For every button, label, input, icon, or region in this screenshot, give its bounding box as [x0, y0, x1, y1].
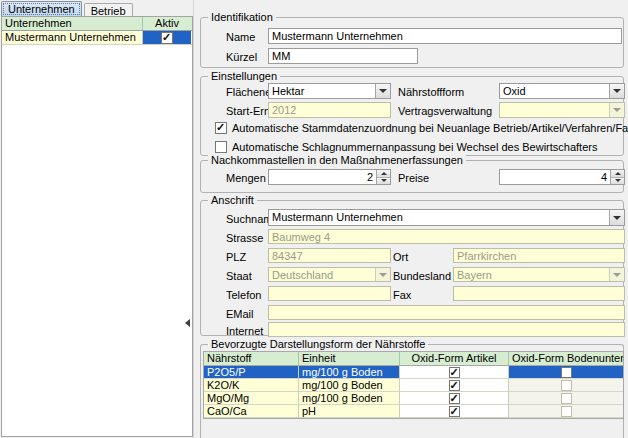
kuerzel-field[interactable]: MM — [268, 48, 418, 64]
ort-label: Ort — [393, 251, 408, 263]
oxid-boden-column-header[interactable]: Oxid-Form Bodenuntersuchung — [509, 352, 623, 365]
company-row[interactable]: Mustermann Unternehmen — [2, 31, 192, 45]
tab-unternehmen[interactable]: Unternehmen — [1, 1, 82, 17]
oxid-boden-cell[interactable] — [509, 379, 623, 392]
flaecheneinheit-dropdown-button[interactable] — [375, 84, 390, 98]
preise-down-button[interactable] — [611, 178, 624, 185]
group-nachkommastellen-title: Nachkommastellen in den Maßnahmenerfassu… — [208, 154, 466, 167]
panel-splitter-button[interactable] — [182, 310, 192, 336]
chevron-down-icon — [613, 216, 621, 220]
mengen-label: Mengen — [226, 172, 266, 184]
oxid-artikel-cell[interactable] — [400, 366, 509, 379]
panel-splitter[interactable] — [193, 0, 194, 438]
vertragsverwaltung-label: Vertragsverwaltung — [398, 105, 492, 117]
company-column-header[interactable]: Unternehmen — [2, 17, 143, 30]
naehrstoffform-select[interactable]: Oxid — [499, 83, 625, 99]
oxid-artikel-cell[interactable] — [400, 405, 509, 418]
name-field[interactable]: Mustermann Unternehmen — [268, 28, 622, 44]
oxid-artikel-checkbox[interactable] — [449, 380, 460, 391]
nutrient-row[interactable]: MgO/Mg mg/100 g Boden — [204, 392, 623, 405]
nutrient-unit-cell[interactable]: pH — [299, 405, 400, 418]
naehrstoffform-dropdown-button[interactable] — [609, 84, 624, 98]
mengen-stepper[interactable]: 2 — [268, 169, 391, 185]
arrow-down-icon — [615, 179, 621, 182]
group-einstellungen-title: Einstellungen — [208, 70, 280, 83]
company-name-cell[interactable]: Mustermann Unternehmen — [2, 31, 143, 44]
aktiv-checkbox[interactable] — [161, 32, 173, 44]
nutrient-name-cell[interactable]: P2O5/P — [204, 366, 299, 379]
preise-stepper[interactable]: 4 — [499, 169, 625, 185]
mengen-up-button[interactable] — [377, 170, 390, 178]
tab-betrieb[interactable]: Betrieb — [84, 3, 133, 17]
flaecheneinheit-select[interactable]: Hektar — [268, 83, 391, 99]
nutrient-column-header[interactable]: Nährstoff — [204, 352, 299, 365]
nutrient-row[interactable]: K2O/K mg/100 g Boden — [204, 379, 623, 392]
company-list-header: Unternehmen Aktiv — [2, 17, 192, 31]
plz-label: PLZ — [226, 251, 246, 263]
bundesland-label: Bundesland * — [393, 270, 458, 282]
mengen-value: 2 — [272, 170, 373, 184]
nutrient-name-cell[interactable]: CaO/Ca — [204, 405, 299, 418]
oxid-boden-cell[interactable] — [509, 405, 623, 418]
suchname-value: Mustermann Unternehmen — [272, 210, 606, 225]
start-erntejahr-field: 2012 — [268, 102, 391, 118]
preise-up-button[interactable] — [611, 170, 624, 178]
naehrstoffform-value: Oxid — [503, 84, 606, 98]
chevron-down-icon — [613, 108, 621, 112]
oxid-artikel-checkbox[interactable] — [449, 367, 460, 378]
oxid-boden-checkbox[interactable] — [561, 380, 572, 391]
oxid-artikel-checkbox[interactable] — [449, 406, 460, 417]
fax-field[interactable] — [453, 286, 625, 301]
oxid-artikel-checkbox[interactable] — [449, 393, 460, 404]
bundesland-dropdown-button — [609, 268, 624, 281]
arrow-up-icon — [381, 172, 387, 175]
mengen-down-button[interactable] — [377, 178, 390, 185]
plz-value: 84347 — [272, 249, 387, 263]
oxid-boden-checkbox[interactable] — [561, 406, 572, 417]
kuerzel-value: MM — [272, 49, 414, 63]
oxid-boden-checkbox[interactable] — [561, 393, 572, 404]
oxid-artikel-cell[interactable] — [400, 392, 509, 405]
nutrient-name-cell[interactable]: K2O/K — [204, 379, 299, 392]
chevron-left-icon — [185, 319, 190, 327]
group-naehrstoffe-title: Bevorzugte Darstellungsform der Nährstof… — [208, 338, 428, 351]
nutrient-unit-cell[interactable]: mg/100 g Boden — [299, 379, 400, 392]
vertragsverwaltung-select — [499, 102, 625, 118]
internet-label: Internet — [226, 325, 263, 337]
chevron-down-icon — [379, 89, 387, 93]
start-erntejahr-value: 2012 — [272, 103, 387, 117]
nutrient-row[interactable]: P2O5/P mg/100 g Boden — [204, 366, 623, 379]
schlagnummern-checkbox-label: Automatische Schlagnummernanpassung bei … — [232, 141, 597, 153]
company-aktiv-cell[interactable] — [143, 31, 191, 44]
internet-field[interactable] — [268, 322, 625, 337]
suchname-select[interactable]: Mustermann Unternehmen — [268, 209, 625, 226]
email-field[interactable] — [268, 305, 625, 320]
staat-dropdown-button — [375, 268, 390, 281]
nutrient-row[interactable]: CaO/Ca pH — [204, 405, 623, 418]
telefon-label: Telefon — [226, 289, 261, 301]
oxid-artikel-column-header[interactable]: Oxid-Form Artikel — [400, 352, 509, 365]
schlagnummern-checkbox-row[interactable]: Automatische Schlagnummernanpassung bei … — [215, 141, 597, 153]
telefon-field[interactable] — [268, 286, 391, 301]
nutrient-unit-cell[interactable]: mg/100 g Boden — [299, 392, 400, 405]
nutrient-unit-cell[interactable]: mg/100 g Boden — [299, 366, 400, 379]
aktiv-column-header[interactable]: Aktiv — [143, 17, 191, 30]
group-identifikation: Identifikation Name Mustermann Unternehm… — [200, 17, 624, 68]
unit-column-header[interactable]: Einheit — [299, 352, 400, 365]
staat-label: Staat — [226, 270, 252, 282]
stammdaten-checkbox[interactable] — [215, 122, 227, 134]
oxid-artikel-cell[interactable] — [400, 379, 509, 392]
staat-value: Deutschland — [272, 268, 372, 282]
name-label: Name — [226, 31, 255, 43]
oxid-boden-checkbox[interactable] — [561, 367, 572, 378]
suchname-dropdown-button[interactable] — [609, 210, 624, 225]
schlagnummern-checkbox[interactable] — [215, 141, 227, 153]
group-naehrstoffe: Bevorzugte Darstellungsform der Nährstof… — [200, 344, 624, 438]
stammdaten-checkbox-row[interactable]: Automatische Stammdatenzuordnung bei Neu… — [215, 122, 628, 134]
oxid-boden-cell[interactable] — [509, 392, 623, 405]
ort-field: Pfarrkirchen — [453, 248, 625, 263]
oxid-boden-cell[interactable] — [509, 366, 623, 379]
nutrient-name-cell[interactable]: MgO/Mg — [204, 392, 299, 405]
name-value: Mustermann Unternehmen — [272, 29, 618, 43]
kuerzel-label: Kürzel — [226, 51, 257, 63]
